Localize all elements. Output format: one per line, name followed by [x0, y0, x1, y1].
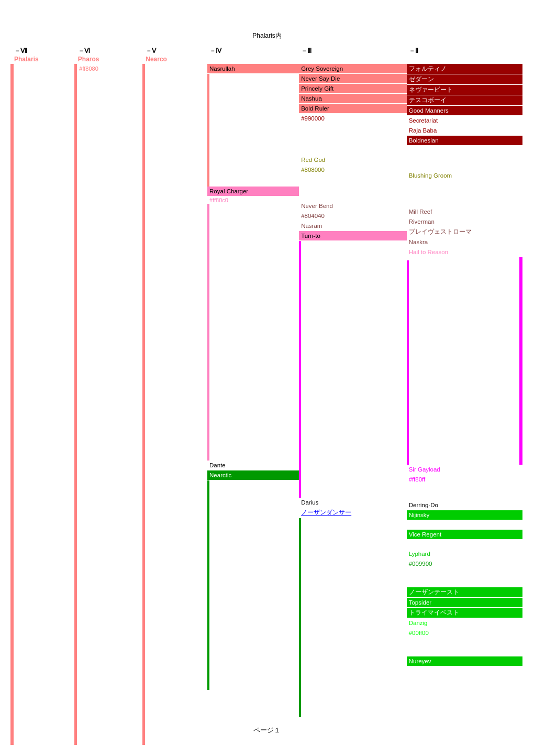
naskra: Naskra — [407, 237, 522, 247]
never-bend-note: #804040 — [299, 211, 407, 221]
title-text: Phalaris内 — [252, 32, 281, 39]
lyphard-note: #009900 — [407, 559, 522, 568]
header-col1: －Ⅶ Phalaris — [12, 46, 76, 64]
pharos-note: #ff8080 — [79, 65, 98, 72]
header-col2: －Ⅵ Pharos — [76, 46, 143, 64]
sir-gayload: Sir Gayload — [407, 465, 522, 474]
hail-to-reason: Hail to Reason — [407, 247, 522, 257]
raja-baba: Raja Baba — [407, 126, 522, 135]
col4-cell: Nasrullah Royal Charger #ff80c0 Dante Ne… — [207, 64, 299, 745]
column-headers: －Ⅶ Phalaris －Ⅵ Pharos －Ⅴ Nearco －Ⅳ －Ⅲ －Ⅱ — [12, 46, 522, 64]
col5-cell — [143, 64, 207, 745]
col6-cell: #ff8080 — [76, 64, 143, 745]
nearctic-entry: Nearctic — [207, 470, 299, 480]
col2-entries: フォルティノ ゼダーン ネヴァービート テスコボーイ Good Manners … — [407, 64, 522, 745]
sir-gayload-note: #ff80ff — [407, 475, 522, 484]
royal-charger-entry: Royal Charger — [207, 187, 299, 196]
never-say-die: Never Say Die — [299, 74, 407, 83]
col1-name: Phalaris — [14, 56, 39, 63]
nureyev: Nureyev — [407, 656, 522, 666]
nijinsky: Nijinsky — [407, 510, 522, 520]
nasrullah-entry: Nasrullah — [207, 64, 299, 73]
dark-red-note: #990000 — [299, 114, 407, 123]
good-manners: Good Manners — [407, 106, 522, 115]
header-col3: －Ⅴ Nearco — [143, 46, 207, 64]
boldnesian: Boldnesian — [407, 136, 522, 145]
tescoboy: テスコボーイ — [407, 95, 522, 105]
derring-do: Derring-Do — [407, 500, 522, 510]
turn-to: Turn-to — [299, 231, 407, 240]
danzig-note: #00ff00 — [407, 628, 522, 638]
main-table: －Ⅶ Phalaris －Ⅵ Pharos －Ⅴ Nearco －Ⅳ －Ⅲ －Ⅱ — [10, 46, 524, 745]
main-content-row: #ff8080 Nasrullah Royal Charger #ff80c0 — [12, 64, 522, 745]
bold-ruler: Bold Ruler — [299, 104, 407, 113]
blushing-groom: Blushing Groom — [407, 171, 522, 180]
zedaan: ゼダーン — [407, 74, 522, 84]
lyphard: Lyphard — [407, 549, 522, 558]
col3-name: Nearco — [146, 56, 167, 63]
header-col6: －Ⅱ — [407, 46, 522, 64]
nashua: Nashua — [299, 94, 407, 103]
princely-gift: Princely Gift — [299, 84, 407, 93]
page-title-top: Phalaris内 — [0, 0, 534, 46]
red-god-note: #808000 — [299, 165, 407, 174]
northern-taste: ノーザンテースト — [407, 587, 522, 597]
page-footer: ページ１ — [0, 715, 534, 746]
northern-dancer: ノーザンダンサー — [299, 508, 407, 518]
header-col4: －Ⅳ — [207, 46, 299, 64]
nasram: Nasram — [299, 221, 407, 231]
vice-regent: Vice Regent — [407, 530, 522, 539]
riverman: Riverman — [407, 217, 522, 226]
grey-sovereign: Grey Sovereign — [299, 64, 407, 73]
darius: Darius — [299, 498, 407, 507]
col2-name: Pharos — [78, 56, 99, 63]
never-beat: ネヴァービート — [407, 85, 522, 95]
topsider: Topsider — [407, 598, 522, 607]
header-col5: －Ⅲ — [299, 46, 407, 64]
secretariat: Secretariat — [407, 116, 522, 125]
bravest-roman: ブレイヴェストローマ — [407, 227, 522, 237]
try-my-best: トライマイベスト — [407, 608, 522, 618]
dante-entry: Dante — [207, 461, 299, 470]
fortino: フォルティノ — [407, 64, 522, 74]
red-god: Red God — [299, 155, 407, 165]
danzig: Danzig — [407, 618, 522, 628]
mill-reef: Mill Reef — [407, 207, 522, 216]
col3-entries: Grey Sovereign Never Say Die Princely Gi… — [299, 64, 407, 745]
col7-cell — [12, 64, 76, 745]
never-bend: Never Bend — [299, 201, 407, 211]
